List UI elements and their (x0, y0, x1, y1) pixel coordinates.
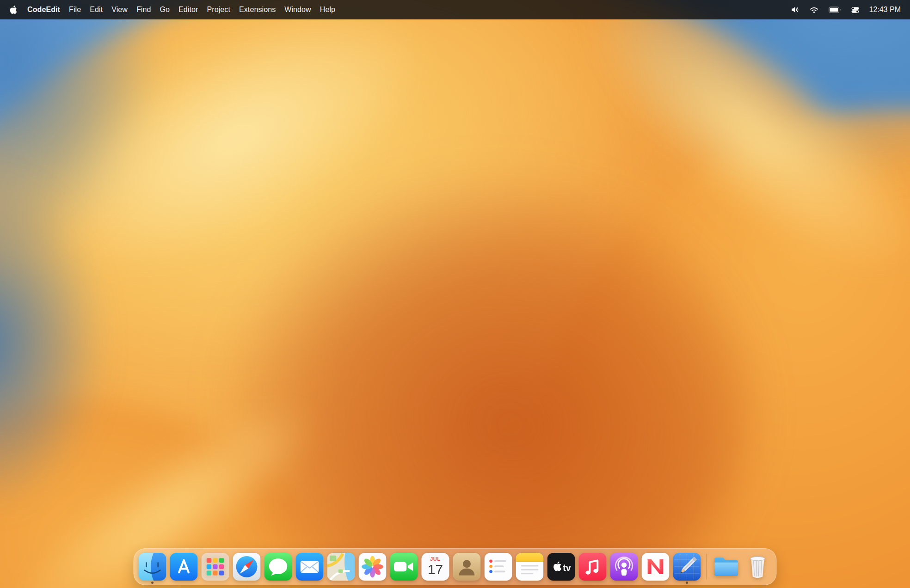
running-indicator (686, 582, 688, 584)
svg-text:tv: tv (563, 563, 571, 573)
dock-background: JUL 17 (134, 548, 777, 585)
dock-item-podcasts[interactable] (610, 553, 638, 581)
menu-clock[interactable]: 12:43 PM (869, 6, 901, 14)
app-store-icon (170, 553, 198, 581)
mail-icon (296, 553, 324, 581)
menu-edit[interactable]: Edit (90, 6, 103, 14)
reminders-icon (485, 553, 512, 581)
maps-icon (327, 553, 355, 581)
desktop-wallpaper (0, 0, 910, 588)
apple-menu[interactable] (9, 6, 18, 14)
dock-item-music[interactable] (579, 553, 607, 581)
menu-editor[interactable]: Editor (178, 6, 198, 14)
apple-logo-icon (9, 6, 18, 14)
folder-icon (713, 553, 740, 581)
volume-icon[interactable] (790, 5, 799, 14)
music-icon (579, 553, 607, 581)
dock-item-mail[interactable] (296, 553, 324, 581)
dock-separator (707, 554, 707, 580)
menu-bar: CodeEdit File Edit View Find Go Editor P… (0, 0, 910, 19)
calendar-month-label: JUL (430, 557, 441, 562)
dock-item-tv[interactable]: tv (547, 553, 575, 581)
dock-item-photos[interactable] (359, 553, 387, 581)
dock-item-messages[interactable] (264, 553, 292, 581)
messages-icon (264, 553, 292, 581)
menu-help[interactable]: Help (320, 6, 335, 14)
launchpad-icon (202, 553, 229, 581)
battery-icon[interactable] (829, 6, 841, 13)
dock-item-trash[interactable] (744, 553, 772, 581)
apple-tv-icon: tv (547, 553, 575, 581)
dock-item-launchpad[interactable] (202, 553, 229, 581)
dock-item-reminders[interactable] (485, 553, 512, 581)
menu-view[interactable]: View (111, 6, 128, 14)
safari-icon (233, 553, 261, 581)
dock-item-facetime[interactable] (390, 553, 418, 581)
menu-bar-status: 12:43 PM (790, 5, 901, 15)
dock-item-calendar[interactable]: JUL 17 (422, 553, 449, 581)
running-indicator (151, 582, 154, 584)
menu-app-name[interactable]: CodeEdit (27, 6, 60, 14)
menu-extensions[interactable]: Extensions (239, 6, 276, 14)
dock-item-notes[interactable] (516, 553, 544, 581)
menu-file[interactable]: File (69, 6, 81, 14)
calendar-day-label: 17 (428, 563, 443, 576)
menu-go[interactable]: Go (160, 6, 170, 14)
dock: JUL 17 (134, 548, 777, 585)
menu-bar-menus: CodeEdit File Edit View Find Go Editor P… (9, 6, 335, 14)
codeedit-icon (673, 553, 701, 581)
dock-item-maps[interactable] (327, 553, 355, 581)
control-center-icon[interactable] (851, 6, 860, 14)
menu-find[interactable]: Find (136, 6, 151, 14)
notes-icon (516, 553, 544, 581)
contacts-icon (453, 553, 481, 581)
dock-item-finder[interactable] (139, 553, 166, 581)
photos-icon (359, 553, 387, 581)
menu-project[interactable]: Project (207, 6, 230, 14)
wifi-icon[interactable] (809, 5, 819, 15)
finder-icon (139, 553, 166, 581)
dock-item-contacts[interactable] (453, 553, 481, 581)
podcasts-icon (610, 553, 638, 581)
dock-item-news[interactable] (642, 553, 670, 581)
menu-window[interactable]: Window (284, 6, 311, 14)
dock-item-codeedit[interactable] (673, 553, 701, 581)
trash-icon (744, 553, 772, 581)
dock-item-safari[interactable] (233, 553, 261, 581)
news-icon (642, 553, 670, 581)
facetime-icon (390, 553, 418, 581)
dock-item-downloads-folder[interactable] (713, 553, 740, 581)
dock-item-app-store[interactable] (170, 553, 198, 581)
